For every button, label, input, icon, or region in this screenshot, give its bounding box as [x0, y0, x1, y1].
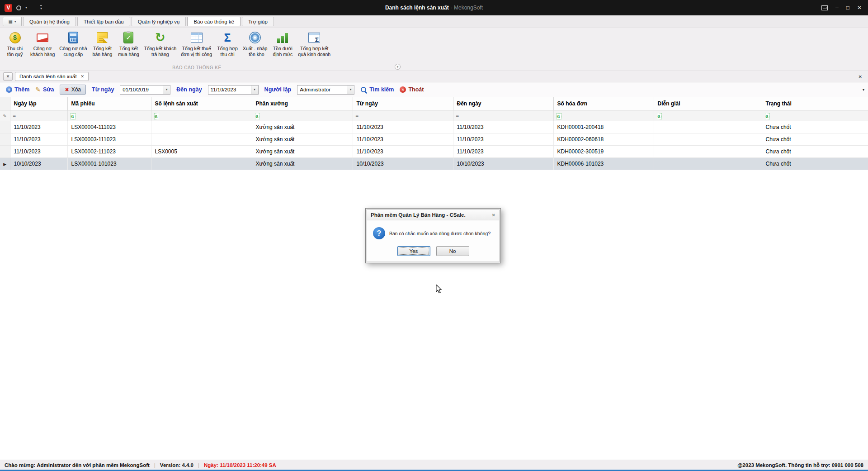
column-header-so-hoa-don[interactable]: Số hóa đơn — [553, 97, 654, 110]
ribbon-button-cong-no-nha-cung-cap[interactable]: Công nợ nhà cung cấp — [57, 30, 89, 58]
dialog-title-bar[interactable]: Phần mềm Quản Lý Bán Hàng - CSale. ✕ — [367, 209, 500, 220]
maximize-button[interactable]: □ — [846, 5, 849, 10]
support-text: @2023 MekongSoft. Thông tin hỗ trợ: 0901… — [737, 462, 863, 468]
dropdown-arrow-icon[interactable]: ▾ — [251, 86, 258, 94]
title-bar: V ▾ ▾ Danh sách lệnh sản xuất- MekongSof… — [0, 0, 868, 15]
window-title-main: Danh sách lệnh sản xuất — [385, 5, 449, 11]
grid-row[interactable]: 11/10/2023 LSX00003-111023 Xưởng sản xuấ… — [0, 133, 868, 145]
grid-header-row: Ngày lập Mã phiếu Số lệnh sản xuất Phân … — [0, 97, 868, 110]
tab-tro-giup[interactable]: Trợ giúp — [242, 17, 274, 26]
from-date-label: Từ ngày — [92, 86, 114, 93]
to-date-label: Đến ngày — [176, 86, 202, 93]
close-all-tabs-button[interactable]: ✕ — [3, 72, 13, 81]
search-icon — [360, 86, 367, 93]
dialog-close-icon[interactable]: ✕ — [492, 213, 495, 218]
filter-cell-tu-ngay[interactable]: = — [353, 110, 453, 121]
exit-button[interactable]: ✕ Thoát — [400, 86, 424, 93]
tab-quan-ly-nghiep-vu[interactable]: Quản lý nghiệp vụ — [132, 17, 186, 26]
confirm-delete-dialog: Phần mềm Quản Lý Bán Hàng - CSale. ✕ ? B… — [365, 208, 501, 263]
text-filter-icon: a — [657, 113, 662, 119]
close-button[interactable]: ✕ — [857, 5, 862, 10]
search-button[interactable]: Tìm kiếm — [360, 86, 394, 93]
toolbar-overflow-chevron-icon[interactable]: ▾ — [863, 88, 868, 92]
from-date-picker[interactable]: 01/10/2019 ▾ — [120, 85, 170, 95]
filter-cell-dien-giai[interactable]: a — [654, 110, 762, 121]
edit-row-icon: ✎ — [3, 114, 7, 119]
group-dialog-launcher-icon[interactable]: ▾ — [395, 64, 401, 70]
text-filter-icon: a — [71, 113, 76, 119]
column-header-ngay-lap[interactable]: Ngày lập — [10, 97, 67, 110]
column-header-dien-giai[interactable]: Diễn giải — [654, 97, 762, 110]
row-indicator-header — [0, 97, 10, 110]
tabstrip-close-icon[interactable]: ✕ — [859, 74, 865, 79]
ribbon-menu-button[interactable]: ▦ ▾ — [3, 17, 22, 26]
ribbon-button-tong-ket-ban-hang[interactable]: Tổng kết bán hàng — [89, 30, 115, 58]
quick-access-circle-icon[interactable] — [16, 5, 21, 10]
delete-button[interactable]: ✖ Xóa — [60, 85, 86, 95]
grid-row[interactable]: 11/10/2023 LSX00002-111023 LSX0005 Xưởng… — [0, 145, 868, 157]
ribbon-body: $ Thu chi tồn quỹ Công nợ khách hàng Côn… — [0, 28, 868, 71]
edit-button[interactable]: ✎ Sửa — [35, 86, 54, 93]
filter-cell-den-ngay[interactable]: = — [453, 110, 553, 121]
tab-quan-tri-he-thong[interactable]: Quản trị hệ thống — [23, 17, 76, 26]
ribbon-button-cong-no-khach-hang[interactable]: Công nợ khách hàng — [28, 30, 57, 58]
customize-toolbar-icon[interactable]: ▾ — [40, 5, 42, 10]
to-date-value[interactable]: 11/10/2023 — [208, 87, 251, 92]
filter-cell-ngay-lap[interactable]: = — [10, 110, 67, 121]
filter-cell-phan-xuong[interactable]: a — [252, 110, 353, 121]
column-header-tu-ngay[interactable]: Từ ngày — [353, 97, 453, 110]
to-date-picker[interactable]: 11/10/2023 ▾ — [208, 85, 259, 95]
app-logo-icon[interactable]: V — [5, 4, 12, 12]
creator-value[interactable]: Administrator — [297, 87, 347, 92]
column-header-so-lenh-san-xuat[interactable]: Số lệnh sản xuất — [151, 97, 252, 110]
grid-row-selected[interactable]: ▶ 10/10/2023 LSX00001-101023 Xưởng sản x… — [0, 157, 868, 170]
text-filter-icon: a — [154, 113, 160, 119]
column-header-den-ngay[interactable]: Đến ngày — [453, 97, 553, 110]
column-header-phan-xuong[interactable]: Phân xưởng — [252, 97, 353, 110]
minimize-button[interactable]: – — [835, 5, 839, 10]
tab-close-icon[interactable]: ✕ — [81, 74, 85, 79]
window-title-suffix: - MekongSoft — [451, 5, 483, 11]
production-orders-grid: Ngày lập Mã phiếu Số lệnh sản xuất Phân … — [0, 97, 868, 170]
filter-cell-ma-phieu[interactable]: a — [67, 110, 151, 121]
fit-screen-icon[interactable] — [821, 5, 828, 10]
ribbon-button-tong-ket-mua-hang[interactable]: ✓ Tổng kết mua hàng — [115, 30, 142, 58]
window-controls: – □ ✕ — [821, 5, 868, 10]
ribbon-button-tong-ket-khach-tra-hang[interactable]: ↻ Tổng kết khách trả hàng — [142, 30, 179, 58]
filter-cell-trang-thai[interactable]: a — [762, 110, 868, 121]
exit-circle-icon: ✕ — [400, 86, 406, 93]
welcome-text: Chào mừng: Administrator đến với phần mề… — [5, 462, 150, 468]
question-icon: ? — [373, 227, 385, 239]
disc-icon — [249, 32, 261, 43]
ribbon-button-xuat-nhap-ton-kho[interactable]: Xuất - nhập - tồn kho — [241, 30, 269, 58]
text-filter-icon: a — [255, 113, 260, 119]
ribbon-button-thu-chi-ton-quy[interactable]: $ Thu chi tồn quỹ — [2, 30, 28, 58]
dropdown-arrow-icon[interactable]: ▾ — [347, 86, 354, 94]
grid-row[interactable]: 11/10/2023 LSX00004-111023 Xưởng sản xuấ… — [0, 121, 868, 133]
ribbon-button-ton-duoi-dinh-muc[interactable]: Tồn dưới định mức — [269, 30, 296, 58]
add-button[interactable]: + Thêm — [6, 86, 29, 93]
plus-icon: + — [6, 86, 12, 93]
filter-cell-so-hoa-don[interactable]: a — [553, 110, 654, 121]
creator-combobox[interactable]: Administrator ▾ — [297, 85, 354, 95]
tab-bao-cao-thong-ke[interactable]: Báo cáo thống kê — [187, 17, 241, 26]
auto-filter-row: ✎ = a a a = = a a a — [0, 110, 868, 121]
from-date-value[interactable]: 01/10/2019 — [120, 87, 163, 92]
ribbon-button-tong-ket-thue[interactable]: Tổng kết thuế đơn vị thi công — [179, 30, 214, 58]
highlighted-cell[interactable] — [151, 157, 252, 170]
tab-thiet-lap-ban-dau[interactable]: Thiết lập ban đầu — [77, 17, 130, 26]
pencil-icon: ✎ — [35, 86, 41, 93]
document-tab-strip: ✕ Danh sách lệnh sản xuất ✕ ✕ — [0, 71, 868, 82]
column-header-ma-phieu[interactable]: Mã phiếu — [67, 97, 151, 110]
no-button[interactable]: No — [436, 246, 469, 256]
focused-row-arrow-icon: ▶ — [3, 162, 6, 167]
quick-access-caret-icon[interactable]: ▾ — [25, 6, 27, 10]
filter-cell-so-lenh[interactable]: a — [151, 110, 252, 121]
dropdown-arrow-icon[interactable]: ▾ — [163, 86, 170, 94]
ribbon-button-tong-hop-thu-chi[interactable]: Σ Tổng hợp thu chi — [214, 30, 241, 58]
sigma-icon: Σ — [224, 31, 231, 44]
ribbon-button-tong-hop-ket-qua-kinh-doanh[interactable]: Σ Tổng hợp kết quả kinh doanh — [296, 30, 333, 58]
yes-button[interactable]: Yes — [397, 246, 430, 256]
document-tab-danh-sach-lenh-san-xuat[interactable]: Danh sách lệnh sản xuất ✕ — [15, 72, 89, 81]
column-header-trang-thai[interactable]: Trạng thái — [762, 97, 868, 110]
